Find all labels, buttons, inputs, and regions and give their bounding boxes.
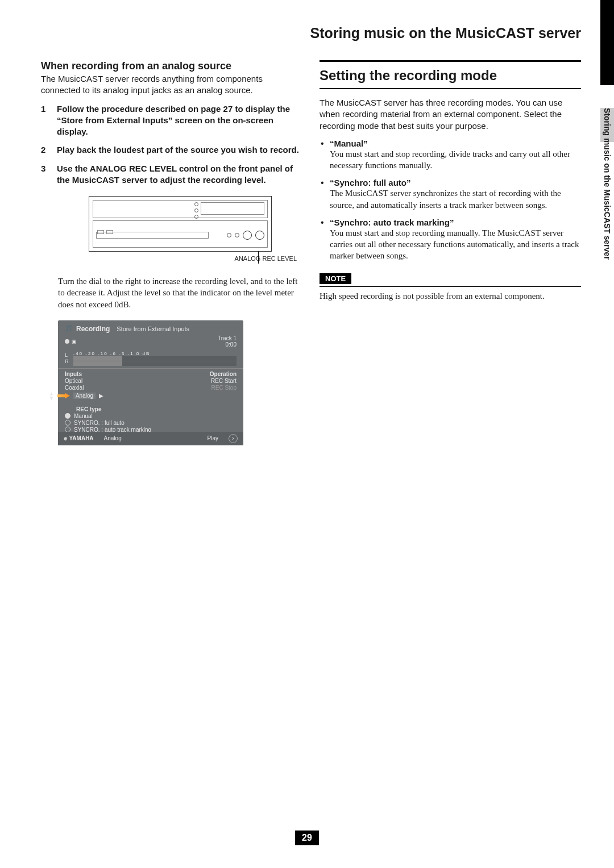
osd-rec-icon: 🎵 xyxy=(65,325,73,332)
osd-meter-l: L xyxy=(65,352,69,358)
radio-icon xyxy=(65,413,70,419)
osd-title: Recording xyxy=(76,325,110,333)
panel-button-icon xyxy=(227,233,231,237)
left-intro: The MusicCAST server records anything fr… xyxy=(41,73,302,97)
panel-button-icon xyxy=(235,233,239,237)
osd-time: 0:00 xyxy=(218,341,237,348)
osd-meter-bar xyxy=(73,361,237,366)
steps-list: Follow the procedure described on page 2… xyxy=(41,103,302,186)
osd-bottom-input: Analog xyxy=(104,435,122,441)
step-2: Play back the loudest part of the source… xyxy=(41,144,302,156)
mode-manual: “Manual” You must start and stop recordi… xyxy=(320,139,581,172)
mode-name: “Synchro: full auto” xyxy=(330,178,581,187)
mode-name: “Manual” xyxy=(330,139,581,148)
step-1: Follow the procedure described on page 2… xyxy=(41,103,302,138)
figure-caption: ANALOG REC LEVEL xyxy=(58,255,297,262)
osd-meter-marks: -40 -20 -10 -6 -3 -1 0 dB xyxy=(73,351,237,356)
mode-name: “Synchro: auto track marking” xyxy=(330,218,581,227)
osd-operation-header: Operation xyxy=(210,371,237,377)
after-figure-text: Turn the dial to the right to increase t… xyxy=(41,276,302,310)
osd-right-chevron-icon: ▶ xyxy=(99,393,103,399)
mode-synchro-auto-track: “Synchro: auto track marking” You must s… xyxy=(320,218,581,262)
osd-bottom-state: Play xyxy=(208,435,218,441)
left-column: When recording from an analog source The… xyxy=(41,60,302,445)
device-front-panel xyxy=(89,196,272,252)
mode-synchro-full-auto: “Synchro: full auto” The MusicCAST serve… xyxy=(320,178,581,211)
osd-updown-icon: ▲▼ xyxy=(49,391,54,400)
section-title: Setting the recording mode xyxy=(320,60,581,89)
mode-desc: You must start and stop recording manual… xyxy=(330,227,581,262)
content-columns: When recording from an analog source The… xyxy=(41,60,581,445)
note-rule xyxy=(320,286,581,287)
page-title: Storing music on the MusicCAST server xyxy=(41,25,581,41)
osd-rectype-manual: Manual xyxy=(74,413,93,419)
osd-input-analog: Analog xyxy=(73,393,96,399)
osd-inputs-header: Inputs xyxy=(65,371,103,377)
panel-knob-icon xyxy=(255,231,264,240)
radio-icon xyxy=(65,420,70,425)
manual-page: Storing music on the MusicCAST server St… xyxy=(0,0,614,868)
note-badge: NOTE xyxy=(320,273,351,284)
right-column: Setting the recording mode The MusicCAST… xyxy=(320,60,581,445)
osd-op-recstart: REC Start xyxy=(210,378,237,384)
osd-rec-dot-icon xyxy=(65,339,69,344)
mode-desc: The MusicCAST server synchronizes the st… xyxy=(330,187,581,211)
device-figure: ANALOG REC LEVEL xyxy=(41,196,302,262)
osd-meter-bar xyxy=(73,356,237,361)
mode-desc: You must start and stop recording, divid… xyxy=(330,148,581,172)
left-heading: When recording from an analog source xyxy=(41,60,302,72)
analog-rec-level-knob-icon xyxy=(243,231,252,240)
osd-subtitle: Store from External Inputs xyxy=(117,326,189,332)
osd-screenshot: 🎵 Recording Store from External Inputs ▣… xyxy=(58,320,243,445)
osd-rectype-header: REC type xyxy=(76,406,237,412)
side-tab-black xyxy=(600,0,614,85)
modes-list: “Manual” You must start and stop recordi… xyxy=(320,139,581,262)
osd-play-icon: › xyxy=(229,434,238,443)
osd-brand: ⊕ YAMAHA xyxy=(64,435,94,441)
pointer-line-icon xyxy=(258,251,259,264)
note-body: High speed recording is not possible fro… xyxy=(320,290,581,302)
osd-cd-icon: ▣ xyxy=(72,339,77,344)
osd-input-optical: Optical xyxy=(65,378,103,384)
page-number: 29 xyxy=(295,831,319,845)
osd-meter-r: R xyxy=(65,358,69,364)
step-3: Use the ANALOG REC LEVEL control on the … xyxy=(41,163,302,186)
side-tab-label: Storing music on the MusicCAST server xyxy=(603,108,612,260)
osd-op-recstop: REC Stop xyxy=(210,385,237,391)
osd-rectype-fullauto: SYNCRO. : full auto xyxy=(74,420,125,426)
right-intro: The MusicCAST server has three recording… xyxy=(320,97,581,132)
osd-arrow-right-icon xyxy=(57,393,70,399)
osd-track-label: Track 1 xyxy=(218,335,237,341)
osd-input-coaxial: Coaxial xyxy=(65,385,103,391)
